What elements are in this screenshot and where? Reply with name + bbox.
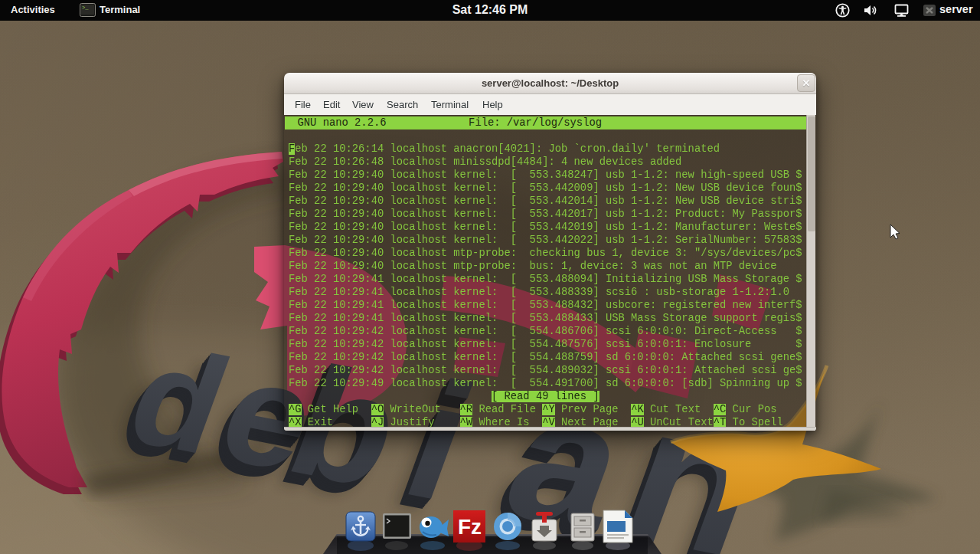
- svg-text:Fz: Fz: [458, 515, 482, 539]
